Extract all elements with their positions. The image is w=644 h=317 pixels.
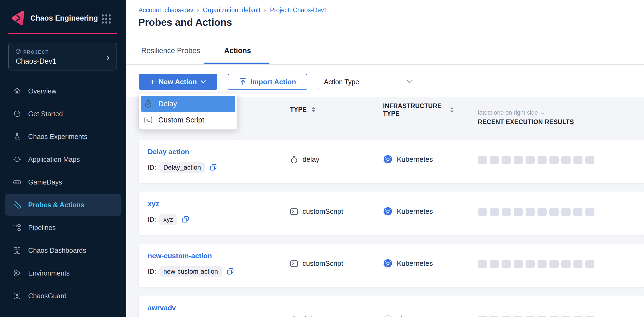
menu-item-label: Delay xyxy=(158,100,177,108)
chaos-engineering-logo-icon xyxy=(10,10,26,26)
chevron-down-icon xyxy=(201,80,206,84)
action-type-select[interactable]: Action Type xyxy=(317,74,419,90)
sidebar-item-label: Application Maps xyxy=(28,156,80,163)
execution-results-placeholder xyxy=(478,208,594,216)
sidebar-item-chaos-dashboards[interactable]: Chaos Dashboards xyxy=(5,240,121,261)
breadcrumb-project-link[interactable]: Project: Chaos-Dev1 xyxy=(270,7,327,14)
sidebar-item-chaosguard[interactable]: ChaosGuard xyxy=(5,285,121,307)
result-placeholder-square xyxy=(549,316,559,317)
sidebar-item-overview[interactable]: Overview xyxy=(5,80,121,102)
result-placeholder-square xyxy=(478,260,487,268)
column-header-recent-execution-results: RECENT EXECUTION RESULTS xyxy=(478,118,574,126)
result-placeholder-square xyxy=(478,208,487,216)
result-placeholder-square xyxy=(478,156,487,164)
result-placeholder-square xyxy=(490,316,499,317)
breadcrumb-separator: › xyxy=(197,7,199,14)
id-label: ID: xyxy=(148,268,156,275)
result-placeholder-square xyxy=(537,316,547,317)
result-placeholder-square xyxy=(514,208,523,216)
actions-table: TYPE INFRASTRUCTURE TYPE latest one on r… xyxy=(126,97,644,317)
home-icon xyxy=(13,87,21,95)
sidebar-item-label: ChaosGuard xyxy=(28,292,67,300)
execution-results-placeholder xyxy=(478,156,594,164)
new-action-button[interactable]: + New Action xyxy=(139,74,217,90)
type-value: delay xyxy=(302,155,319,164)
result-placeholder-square xyxy=(549,208,559,216)
type-value: delay xyxy=(302,315,319,317)
id-label: ID: xyxy=(148,164,156,171)
sidebar-item-application-maps[interactable]: Application Maps xyxy=(5,148,121,170)
execution-results-placeholder xyxy=(478,260,594,268)
sidebar-item-environments[interactable]: Environments xyxy=(5,262,121,284)
kubernetes-icon xyxy=(383,207,392,216)
stopwatch-icon xyxy=(290,156,298,164)
infra-value: Linux xyxy=(397,315,414,317)
tab-actions[interactable]: Actions xyxy=(224,47,251,55)
copy-icon[interactable] xyxy=(209,164,217,171)
terminal-icon xyxy=(290,260,298,268)
breadcrumb-account-link[interactable]: Account: chaos-dev xyxy=(139,7,193,14)
result-placeholder-square xyxy=(573,156,582,164)
new-action-dropdown-menu: Delay Custom Script xyxy=(139,93,237,130)
flask-icon xyxy=(13,132,21,141)
sidebar-item-pipelines[interactable]: Pipelines xyxy=(5,217,121,238)
action-name-link[interactable]: new-custom-action xyxy=(148,252,212,260)
stopwatch-icon xyxy=(144,100,152,108)
result-placeholder-square xyxy=(573,208,582,216)
breadcrumb: Account: chaos-dev›Organization: default… xyxy=(139,7,327,14)
result-placeholder-square xyxy=(573,260,582,268)
breadcrumb-organization-link[interactable]: Organization: default xyxy=(203,7,260,14)
tab-resilience-probes[interactable]: Resilience Probes xyxy=(141,47,200,55)
page-title: Probes and Actions xyxy=(138,17,232,28)
target-icon xyxy=(13,155,21,163)
sidebar: Chaos Engineering PROJECT Chaos-Dev1 › O… xyxy=(0,0,126,317)
result-placeholder-square xyxy=(561,156,571,164)
chevron-right-icon: › xyxy=(107,52,110,62)
column-header-type: TYPE xyxy=(290,106,307,113)
copy-icon[interactable] xyxy=(226,268,234,275)
sidebar-item-gamedays[interactable]: GameDays xyxy=(5,171,121,193)
action-id-value: Delay_action xyxy=(159,162,205,173)
plus-icon: + xyxy=(150,77,155,86)
import-action-button[interactable]: Import Action xyxy=(228,74,307,90)
result-placeholder-square xyxy=(514,156,523,164)
sidebar-item-chaos-experiments[interactable]: Chaos Experiments xyxy=(5,126,121,147)
kubernetes-icon xyxy=(383,259,392,268)
sidebar-item-label: Get Started xyxy=(28,110,63,118)
sort-icon[interactable] xyxy=(311,106,316,113)
sidebar-item-get-started[interactable]: Get Started xyxy=(5,103,121,125)
result-placeholder-square xyxy=(561,208,571,216)
action-type-label: Action Type xyxy=(324,78,359,86)
app-title: Chaos Engineering xyxy=(30,14,98,22)
header-divider xyxy=(126,39,644,39)
result-placeholder-square xyxy=(526,208,535,216)
result-placeholder-square xyxy=(490,208,499,216)
menu-item-delay[interactable]: Delay xyxy=(141,96,235,112)
action-name-link[interactable]: awrvadv xyxy=(148,304,176,312)
test-tube-icon xyxy=(13,201,21,209)
infra-value: Kubernetes xyxy=(397,207,433,216)
result-placeholder-square xyxy=(537,156,547,164)
results-hint: latest one on right side → xyxy=(478,109,545,116)
copy-icon[interactable] xyxy=(182,216,189,223)
result-placeholder-square xyxy=(549,156,559,164)
import-icon xyxy=(239,78,247,86)
table-row: Delay action ID: Delay_action delay Kube… xyxy=(139,140,644,183)
sidebar-item-label: Environments xyxy=(28,269,70,277)
action-name-link[interactable]: xyz xyxy=(148,200,159,208)
app-switcher-icon[interactable] xyxy=(101,14,111,24)
import-action-label: Import Action xyxy=(250,78,296,86)
get-started-icon xyxy=(13,110,21,118)
sidebar-item-probes-and-actions[interactable]: Probes & Actions xyxy=(5,194,121,216)
project-selector[interactable]: PROJECT Chaos-Dev1 › xyxy=(8,43,117,70)
sidebar-nav: Overview Get Started Chaos Experiments A… xyxy=(0,80,126,308)
result-placeholder-square xyxy=(537,260,547,268)
breadcrumb-separator: › xyxy=(264,7,266,14)
result-placeholder-square xyxy=(502,156,511,164)
result-placeholder-square xyxy=(502,316,511,317)
lock-icon xyxy=(13,292,21,300)
sort-icon[interactable] xyxy=(450,106,454,113)
menu-item-custom-script[interactable]: Custom Script xyxy=(141,112,235,128)
infra-value: Kubernetes xyxy=(397,155,433,164)
action-name-link[interactable]: Delay action xyxy=(148,148,189,156)
